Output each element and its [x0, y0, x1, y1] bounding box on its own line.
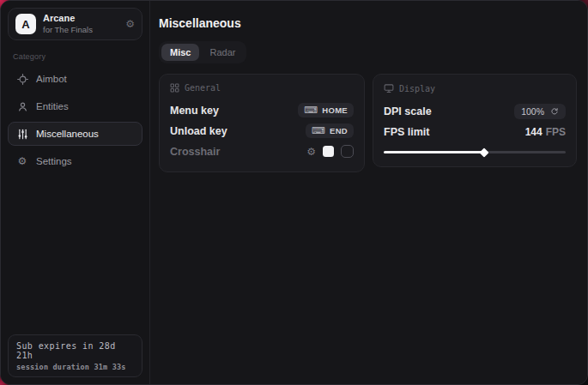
app-title-block: Arcane for The Finals [43, 13, 118, 35]
crosshair-label: Crosshair [170, 146, 220, 158]
gear-icon: ⚙ [16, 155, 28, 167]
sidebar-item-aimbot[interactable]: Aimbot [8, 67, 142, 91]
page-title: Miscellaneous [159, 16, 577, 30]
unload-key-label: Unload key [170, 125, 227, 137]
app-logo-card: A Arcane for The Finals ⚙ [8, 8, 142, 40]
crosshair-color-swatch[interactable] [323, 146, 334, 157]
account-gear-icon[interactable]: ⚙ [125, 18, 135, 30]
slider-fill [384, 151, 484, 153]
sidebar-item-label: Entities [36, 101, 69, 111]
crosshair-row: Crosshair ⚙ [170, 141, 354, 161]
slider-handle[interactable] [479, 147, 488, 157]
crosshair-settings-icon[interactable]: ⚙ [306, 146, 316, 158]
fps-limit-row: FPS limit 144FPS [384, 122, 566, 141]
sub-expiry-text: Sub expires in 28d 21h [16, 341, 134, 360]
app-window: A Arcane for The Finals ⚙ Category Aimbo… [0, 0, 588, 385]
menu-key-row: Menu key ⌨ HOME [170, 100, 354, 120]
main-content: Miscellaneous Misc Radar General Menu ke… [150, 1, 588, 384]
category-label: Category [13, 52, 137, 61]
dpi-scale-selector[interactable]: 100% [514, 104, 566, 119]
unload-key-button[interactable]: ⌨ END [306, 123, 354, 138]
general-panel: General Menu key ⌨ HOME Unload key ⌨ END [159, 74, 365, 172]
subscription-status-card: Sub expires in 28d 21h session duration … [8, 334, 142, 377]
sidebar-nav: Aimbot Entities Miscellaneous [8, 67, 142, 173]
general-panel-header: General [170, 83, 354, 93]
dpi-scale-label: DPI scale [384, 105, 432, 117]
session-duration-text: session duration 31m 33s [16, 363, 134, 371]
unload-key-value: END [330, 126, 348, 135]
sidebar-item-label: Settings [36, 156, 72, 166]
sidebar-item-label: Aimbot [36, 74, 67, 84]
sidebar-item-entities[interactable]: Entities [8, 94, 142, 118]
fps-limit-slider[interactable] [384, 147, 566, 156]
sidebar-item-settings[interactable]: ⚙ Settings [8, 149, 142, 173]
fps-limit-value: 144FPS [525, 126, 566, 138]
fps-limit-label: FPS limit [384, 126, 429, 138]
tab-radar[interactable]: Radar [201, 44, 244, 61]
sidebar-item-miscellaneous[interactable]: Miscellaneous [8, 122, 142, 146]
display-panel: Display DPI scale 100% FPS limit 144FPS [373, 74, 577, 167]
app-subtitle: for The Finals [43, 25, 118, 35]
sidebar: A Arcane for The Finals ⚙ Category Aimbo… [1, 1, 150, 384]
app-name: Arcane [43, 13, 118, 25]
panel-row: General Menu key ⌨ HOME Unload key ⌨ END [159, 74, 577, 172]
sidebar-item-label: Miscellaneous [36, 129, 99, 139]
dpi-scale-value: 100% [521, 106, 544, 117]
tab-bar: Misc Radar [159, 41, 246, 63]
menu-key-button[interactable]: ⌨ HOME [298, 103, 354, 117]
menu-key-value: HOME [322, 105, 348, 115]
menu-key-label: Menu key [170, 105, 219, 117]
sliders-icon [16, 128, 28, 140]
dpi-scale-row: DPI scale 100% [384, 101, 566, 121]
monitor-icon [384, 83, 394, 93]
crosshair-controls: ⚙ [306, 145, 354, 158]
entities-icon [16, 100, 28, 112]
keyboard-icon: ⌨ [304, 105, 318, 116]
app-logo: A [15, 14, 36, 34]
display-panel-header: Display [384, 83, 566, 93]
tab-misc[interactable]: Misc [161, 44, 199, 61]
general-panel-title: General [185, 83, 221, 93]
keyboard-icon: ⌨ [312, 125, 325, 136]
cycle-icon [550, 107, 559, 116]
crosshair-icon [16, 73, 28, 85]
display-panel-title: Display [399, 84, 435, 93]
unload-key-row: Unload key ⌨ END [170, 121, 354, 141]
crosshair-toggle-checkbox[interactable] [341, 145, 354, 158]
grid-icon [170, 83, 179, 93]
